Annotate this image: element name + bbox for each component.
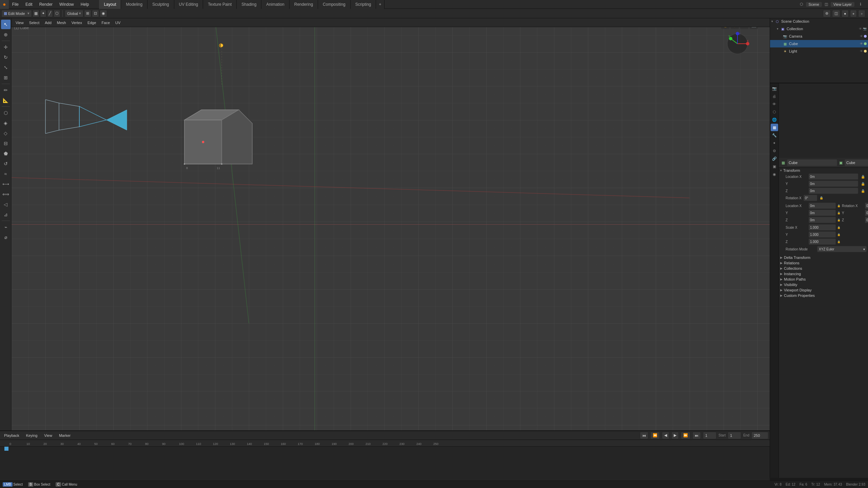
tab-scripting[interactable]: Scripting xyxy=(351,0,376,9)
viewport-select-menu[interactable]: Select xyxy=(26,18,42,27)
play-reverse-btn[interactable]: ◀ xyxy=(662,432,669,439)
viewport-display-toggle[interactable]: ▶ Viewport Display xyxy=(779,287,868,293)
scale-y[interactable]: 1.000 xyxy=(809,231,836,238)
timeline-playback-menu[interactable]: Playback xyxy=(1,431,22,440)
snap-options[interactable]: ⊡ xyxy=(92,10,99,17)
jump-end-btn[interactable]: ⏭ xyxy=(692,432,701,439)
tool-polybuild[interactable]: ⬟ xyxy=(1,149,11,158)
viewport-view-menu[interactable]: View xyxy=(13,18,26,27)
editmode-faces-btn[interactable]: ⬡ xyxy=(54,10,60,17)
tool-knife[interactable]: ⌁ xyxy=(1,222,11,232)
cube-vis-icon[interactable]: 👁 xyxy=(860,42,863,45)
location-z-lock[interactable]: 🔒 xyxy=(859,189,867,193)
object-name-input[interactable] xyxy=(787,159,837,166)
tool-measure[interactable]: 📐 xyxy=(1,96,11,105)
tool-rip[interactable]: ⊿ xyxy=(1,210,11,219)
tool-shrink-fatten[interactable]: ⟺ xyxy=(1,189,11,199)
custom-props-toggle[interactable]: ▶ Custom Properties xyxy=(779,293,868,298)
tab-rendering[interactable]: Rendering xyxy=(290,0,318,9)
light-vis-icon[interactable]: 👁 xyxy=(860,49,863,53)
location-y-lock[interactable]: 🔒 xyxy=(859,182,867,186)
location-x-value[interactable]: 0m xyxy=(809,174,858,180)
rotation-mode-dropdown[interactable]: XYZ Euler ▾ xyxy=(817,246,867,252)
menu-render[interactable]: Render xyxy=(36,0,56,9)
camera-vis-icon[interactable]: 👁 xyxy=(860,35,863,38)
viewport-add-menu[interactable]: Add xyxy=(42,18,54,27)
timeline-view-menu[interactable]: View xyxy=(41,431,55,440)
jump-next-keyframe-btn[interactable]: ⏩ xyxy=(681,432,690,439)
tool-spin[interactable]: ↺ xyxy=(1,159,11,168)
props-icon-object-data[interactable]: ▣ xyxy=(771,163,778,170)
collection-render-icon[interactable]: 📷 xyxy=(863,27,867,30)
location-z-value[interactable]: 0m xyxy=(809,188,858,194)
toggle-editmode-btn[interactable]: ▦ xyxy=(33,10,39,17)
loc-y[interactable]: 0m xyxy=(809,210,836,216)
current-frame-input[interactable]: 1 xyxy=(703,432,716,439)
props-icon-material[interactable]: ◉ xyxy=(771,170,778,178)
rot-x[interactable]: 0° xyxy=(865,203,868,209)
scene-name[interactable]: Scene xyxy=(806,2,822,7)
tab-compositing[interactable]: Compositing xyxy=(318,0,351,9)
tab-add[interactable]: + xyxy=(376,0,384,9)
props-icon-object[interactable]: ▦ xyxy=(771,124,778,131)
play-btn[interactable]: ▶ xyxy=(671,432,679,439)
props-icon-output[interactable]: 🖨 xyxy=(771,93,778,100)
transform-section-toggle[interactable]: ▾ Transform xyxy=(779,168,868,173)
loc-x[interactable]: 0m xyxy=(809,203,836,209)
tab-uv-editing[interactable]: UV Editing xyxy=(174,0,203,9)
outliner-cube[interactable]: ▦ Cube 👁 xyxy=(770,40,868,47)
blender-icon[interactable]: ● xyxy=(0,0,9,9)
props-icon-physics[interactable]: ⚙ xyxy=(771,147,778,155)
motion-paths-toggle[interactable]: ▶ Motion Paths xyxy=(779,277,868,282)
timeline-keying-menu[interactable]: Keying xyxy=(23,431,40,440)
viewport-vertex-menu[interactable]: Vertex xyxy=(69,18,85,27)
tool-bevel[interactable]: ◇ xyxy=(1,128,11,138)
props-icon-modifier[interactable]: 🔧 xyxy=(771,131,778,139)
timeline-tracks[interactable] xyxy=(0,447,770,474)
tab-modeling[interactable]: Modeling xyxy=(121,0,147,9)
view-layer-name[interactable]: View Layer xyxy=(831,2,854,7)
proportional-edit[interactable]: ◉ xyxy=(100,10,107,17)
tool-scale[interactable]: ⤡ xyxy=(1,63,11,72)
jump-prev-keyframe-btn[interactable]: ⏪ xyxy=(650,432,660,439)
viewport-uv-menu[interactable]: UV xyxy=(113,18,123,27)
menu-window[interactable]: Window xyxy=(56,0,77,9)
snap-toggle[interactable]: ⊞ xyxy=(84,10,91,17)
viewport-mesh-menu[interactable]: Mesh xyxy=(54,18,69,27)
tool-move[interactable]: ✛ xyxy=(1,42,11,52)
tool-annotate[interactable]: ✏ xyxy=(1,85,11,95)
outliner-camera[interactable]: 📷 Camera 👁 xyxy=(770,33,868,40)
rot-y[interactable]: 0° xyxy=(865,210,868,216)
menu-edit[interactable]: Edit xyxy=(22,0,36,9)
shading-solid[interactable]: ● xyxy=(842,10,849,17)
tab-texture-paint[interactable]: Texture Paint xyxy=(203,0,237,9)
timeline-content[interactable]: 0 10 20 30 40 50 60 70 80 90 100 110 120… xyxy=(0,440,770,479)
tool-smooth[interactable]: ≈ xyxy=(1,169,11,179)
viewport-edge-menu[interactable]: Edge xyxy=(85,18,99,27)
tool-transform[interactable]: ⊞ xyxy=(1,73,11,82)
outliner-light[interactable]: ☀ Light 👁 xyxy=(770,47,868,55)
tool-loopcut[interactable]: ⊟ xyxy=(1,139,11,148)
editmode-edges-btn[interactable]: ╱ xyxy=(47,10,53,17)
visibility-toggle[interactable]: ▶ Visibility xyxy=(779,282,868,287)
viewport-face-menu[interactable]: Face xyxy=(99,18,113,27)
props-icon-scene[interactable]: ⬡ xyxy=(771,108,778,116)
location-x-lock[interactable]: 🔒 xyxy=(859,175,867,179)
tool-inset[interactable]: ◈ xyxy=(1,118,11,128)
tool-extrude[interactable]: ⬡ xyxy=(1,108,11,118)
start-frame-input[interactable]: 1 xyxy=(728,432,741,439)
tool-bisect[interactable]: ⌀ xyxy=(1,232,11,242)
collections-toggle[interactable]: ▶ Collections xyxy=(779,266,868,271)
tab-sculpting[interactable]: Sculpting xyxy=(147,0,174,9)
props-icon-world[interactable]: 🌐 xyxy=(771,116,778,123)
props-icon-particles[interactable]: ✦ xyxy=(771,139,778,147)
outliner-scene-collection[interactable]: ▾ ⬡ Scene Collection xyxy=(770,18,868,25)
shading-render[interactable]: ● xyxy=(858,10,865,17)
tool-shear[interactable]: ◁ xyxy=(1,200,11,209)
jump-start-btn[interactable]: ⏮ xyxy=(640,432,648,439)
viewport-3d[interactable]: User Perspective (1) Cube xyxy=(12,18,770,430)
scale-x[interactable]: 1.000 xyxy=(809,224,836,230)
props-icon-render[interactable]: 📷 xyxy=(771,85,778,92)
tool-edge-slide[interactable]: ⟷ xyxy=(1,179,11,189)
orientation-gizmo[interactable]: X Y Z xyxy=(726,32,749,56)
